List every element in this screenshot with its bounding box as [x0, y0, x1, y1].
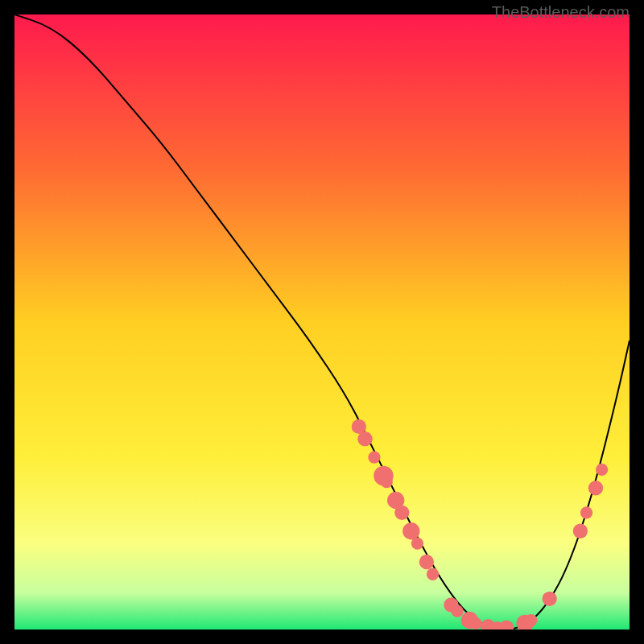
data-point: [573, 524, 588, 539]
data-point: [525, 614, 537, 626]
data-point: [469, 617, 481, 630]
chart-svg: [14, 14, 630, 630]
watermark-text: TheBottleneck.com: [492, 3, 630, 22]
data-point: [580, 506, 592, 518]
data-point: [588, 481, 603, 495]
data-point: [394, 506, 409, 520]
data-point: [368, 451, 380, 463]
chart-plot-area: [14, 14, 630, 630]
data-point: [427, 568, 439, 580]
data-point: [419, 555, 434, 569]
data-point: [411, 537, 423, 549]
data-point: [402, 522, 419, 539]
gradient-background: [14, 14, 630, 630]
data-point: [451, 605, 463, 617]
data-point: [543, 592, 557, 606]
data-point: [596, 464, 608, 476]
data-point: [357, 431, 372, 446]
data-point: [381, 476, 393, 488]
